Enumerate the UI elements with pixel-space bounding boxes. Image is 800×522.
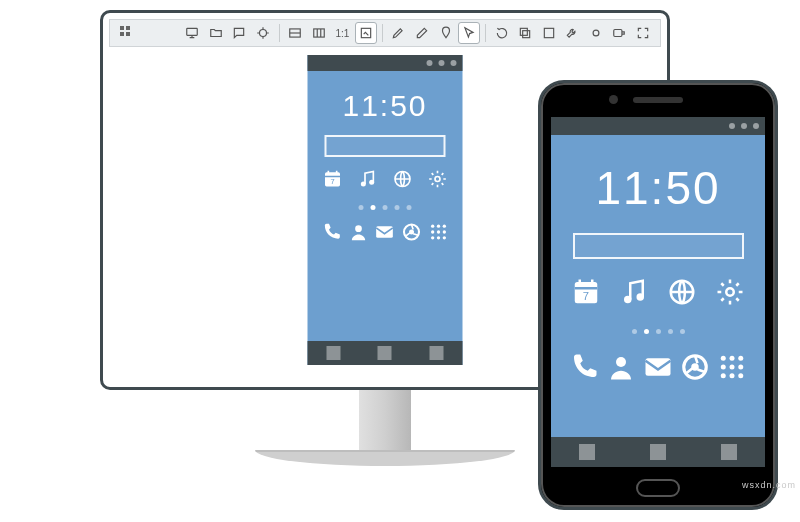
dock xyxy=(322,222,449,246)
monitor-stand xyxy=(359,390,411,450)
android-navbar xyxy=(308,341,463,365)
circle-icon xyxy=(753,123,759,129)
svg-point-27 xyxy=(437,236,440,239)
watermark: wsxdn.com xyxy=(742,480,796,490)
svg-point-43 xyxy=(730,365,735,370)
svg-point-35 xyxy=(616,357,626,367)
search-input[interactable] xyxy=(573,233,744,259)
phone-home-button[interactable] xyxy=(636,479,680,497)
mail-icon[interactable] xyxy=(375,222,395,246)
nav-recent-button[interactable] xyxy=(721,444,737,460)
app-toolbar: 1:1 xyxy=(109,19,661,47)
app-row: 7 xyxy=(323,169,447,193)
apps-icon[interactable] xyxy=(428,222,448,246)
circle-icon xyxy=(741,123,747,129)
settings-icon[interactable] xyxy=(715,277,745,311)
svg-point-45 xyxy=(721,373,726,378)
svg-point-24 xyxy=(437,230,440,233)
nav-recent-button[interactable] xyxy=(430,346,444,360)
contacts-icon[interactable] xyxy=(348,222,368,246)
svg-rect-6 xyxy=(523,31,530,38)
loop-icon[interactable] xyxy=(608,22,630,44)
phone-icon[interactable] xyxy=(569,352,599,386)
svg-point-31 xyxy=(624,296,632,304)
page-indicator[interactable] xyxy=(632,329,685,334)
wrench-icon[interactable] xyxy=(561,22,583,44)
dock xyxy=(569,352,748,386)
svg-point-32 xyxy=(636,293,644,301)
pencil-icon[interactable] xyxy=(388,22,410,44)
calendar-icon[interactable]: 7 xyxy=(571,277,601,311)
monitor-icon[interactable] xyxy=(182,22,204,44)
circle-icon[interactable] xyxy=(427,60,433,66)
page-indicator[interactable] xyxy=(359,205,412,210)
nav-home-button[interactable] xyxy=(650,444,666,460)
android-navbar xyxy=(551,437,765,467)
browser-icon[interactable] xyxy=(680,352,710,386)
svg-point-13 xyxy=(369,180,374,185)
svg-point-12 xyxy=(361,182,366,187)
circle-icon[interactable] xyxy=(451,60,457,66)
globe-icon[interactable] xyxy=(667,277,697,311)
globe-icon[interactable] xyxy=(392,169,412,193)
svg-point-42 xyxy=(721,365,726,370)
folder-icon[interactable] xyxy=(205,22,227,44)
svg-point-21 xyxy=(437,225,440,228)
record-icon[interactable] xyxy=(585,22,607,44)
svg-rect-17 xyxy=(377,226,394,238)
emulator-titlebar[interactable] xyxy=(308,55,463,71)
grid-icon[interactable] xyxy=(116,22,138,44)
svg-point-40 xyxy=(730,356,735,361)
svg-point-34 xyxy=(727,288,735,296)
phone-home-screen: 11:50 7 xyxy=(551,135,765,437)
clock-widget[interactable]: 11:50 xyxy=(342,89,427,123)
phone-statusbar xyxy=(551,117,765,135)
phone-speaker xyxy=(633,97,683,103)
svg-point-25 xyxy=(443,230,446,233)
pointer-icon[interactable] xyxy=(458,22,480,44)
mail-icon[interactable] xyxy=(643,352,673,386)
monitor-base xyxy=(255,450,515,466)
calendar-icon[interactable]: 7 xyxy=(323,169,343,193)
circle-icon[interactable] xyxy=(439,60,445,66)
phone-camera xyxy=(609,95,618,104)
nav-back-button[interactable] xyxy=(579,444,595,460)
phone-screen: 11:50 7 xyxy=(551,117,765,467)
expand-icon[interactable] xyxy=(538,22,560,44)
music-icon[interactable] xyxy=(358,169,378,193)
layers-icon[interactable] xyxy=(514,22,536,44)
panel-vertical-icon[interactable] xyxy=(308,22,330,44)
svg-point-44 xyxy=(739,365,744,370)
physical-phone: 11:50 7 xyxy=(538,80,778,510)
target-icon[interactable] xyxy=(252,22,274,44)
nav-back-button[interactable] xyxy=(326,346,340,360)
fullscreen-icon[interactable] xyxy=(632,22,654,44)
panel-horizontal-icon[interactable] xyxy=(285,22,307,44)
rotate-icon[interactable] xyxy=(491,22,513,44)
settings-icon[interactable] xyxy=(427,169,447,193)
phone-icon[interactable] xyxy=(322,222,342,246)
pin-icon[interactable] xyxy=(435,22,457,44)
svg-point-1 xyxy=(259,30,266,37)
svg-text:7: 7 xyxy=(331,177,335,186)
circle-icon xyxy=(729,123,735,129)
music-icon[interactable] xyxy=(619,277,649,311)
comment-icon[interactable] xyxy=(229,22,251,44)
svg-point-28 xyxy=(443,236,446,239)
svg-point-26 xyxy=(431,236,434,239)
ratio-1-1-button[interactable]: 1:1 xyxy=(332,22,354,44)
search-input[interactable] xyxy=(324,135,446,157)
nav-home-button[interactable] xyxy=(378,346,392,360)
svg-point-47 xyxy=(739,373,744,378)
eraser-icon[interactable] xyxy=(411,22,433,44)
browser-icon[interactable] xyxy=(402,222,422,246)
contacts-icon[interactable] xyxy=(606,352,636,386)
clock-widget[interactable]: 11:50 xyxy=(595,161,720,215)
svg-rect-5 xyxy=(520,28,527,35)
svg-rect-3 xyxy=(314,29,325,37)
edit-icon[interactable] xyxy=(355,22,377,44)
svg-point-15 xyxy=(435,177,440,182)
svg-point-22 xyxy=(443,225,446,228)
apps-icon[interactable] xyxy=(717,352,747,386)
svg-rect-9 xyxy=(614,30,622,37)
